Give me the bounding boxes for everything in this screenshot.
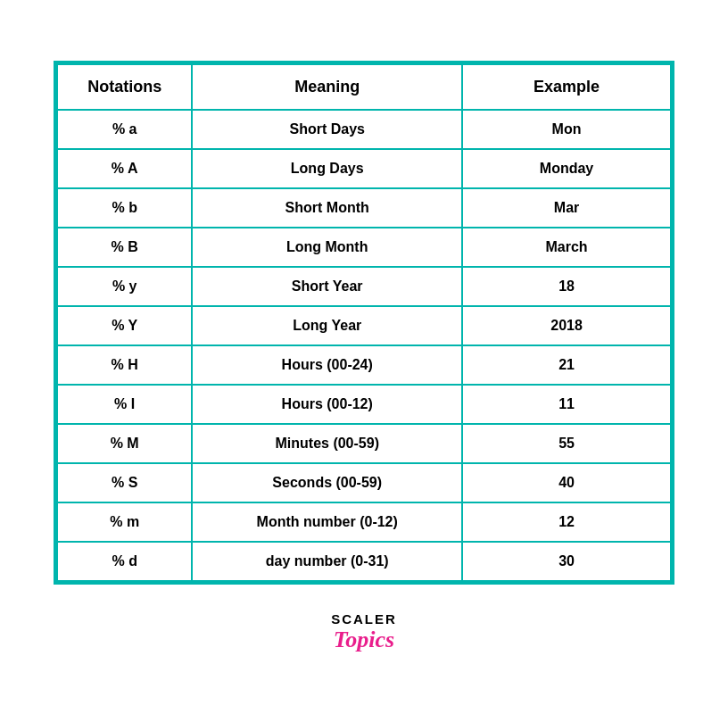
brand-topics: Topics [334,627,394,653]
table-row: % ALong DaysMonday [57,149,671,188]
table-row: % BLong MonthMarch [57,228,671,267]
cell-notation: % I [57,385,192,424]
cell-notation: % A [57,149,192,188]
table-row: % bShort MonthMar [57,188,671,228]
cell-example: March [462,228,671,267]
table-row: % SSeconds (00-59)40 [57,463,671,502]
cell-meaning: Short Year [192,267,462,306]
cell-example: Mar [462,188,671,228]
table-row: % dday number (0-31)30 [57,542,671,581]
table-row: % mMonth number (0-12)12 [57,502,671,542]
cell-example: Mon [462,110,671,149]
table-row: % IHours (00-12)11 [57,385,671,424]
cell-example: 30 [462,542,671,581]
table-row: % aShort DaysMon [57,110,671,149]
table-wrapper: Notations Meaning Example % aShort DaysM… [54,61,674,585]
cell-notation: % d [57,542,192,581]
cell-meaning: Short Month [192,188,462,228]
cell-example: Monday [462,149,671,188]
cell-example: 55 [462,424,671,463]
header-meaning: Meaning [192,64,462,110]
table-row: % MMinutes (00-59)55 [57,424,671,463]
table-row: % YLong Year2018 [57,306,671,345]
table-row: % yShort Year18 [57,267,671,306]
cell-meaning: Month number (0-12) [192,502,462,542]
footer: SCALER Topics [331,611,397,653]
cell-notation: % M [57,424,192,463]
cell-notation: % Y [57,306,192,345]
notations-table: Notations Meaning Example % aShort DaysM… [56,63,672,582]
cell-meaning: Hours (00-12) [192,385,462,424]
cell-meaning: Long Days [192,149,462,188]
table-row: % HHours (00-24)21 [57,345,671,385]
cell-example: 40 [462,463,671,502]
cell-example: 2018 [462,306,671,345]
cell-notation: % a [57,110,192,149]
cell-notation: % S [57,463,192,502]
cell-example: 11 [462,385,671,424]
cell-notation: % H [57,345,192,385]
table-header-row: Notations Meaning Example [57,64,671,110]
cell-meaning: Minutes (00-59) [192,424,462,463]
cell-meaning: Long Year [192,306,462,345]
brand-scaler: SCALER [331,611,397,627]
cell-meaning: Seconds (00-59) [192,463,462,502]
page-container: Notations Meaning Example % aShort DaysM… [0,25,728,689]
cell-notation: % B [57,228,192,267]
cell-example: 12 [462,502,671,542]
cell-meaning: Short Days [192,110,462,149]
cell-notation: % m [57,502,192,542]
header-notations: Notations [57,64,192,110]
cell-notation: % b [57,188,192,228]
cell-example: 21 [462,345,671,385]
cell-meaning: Hours (00-24) [192,345,462,385]
cell-example: 18 [462,267,671,306]
cell-meaning: Long Month [192,228,462,267]
cell-notation: % y [57,267,192,306]
header-example: Example [462,64,671,110]
cell-meaning: day number (0-31) [192,542,462,581]
